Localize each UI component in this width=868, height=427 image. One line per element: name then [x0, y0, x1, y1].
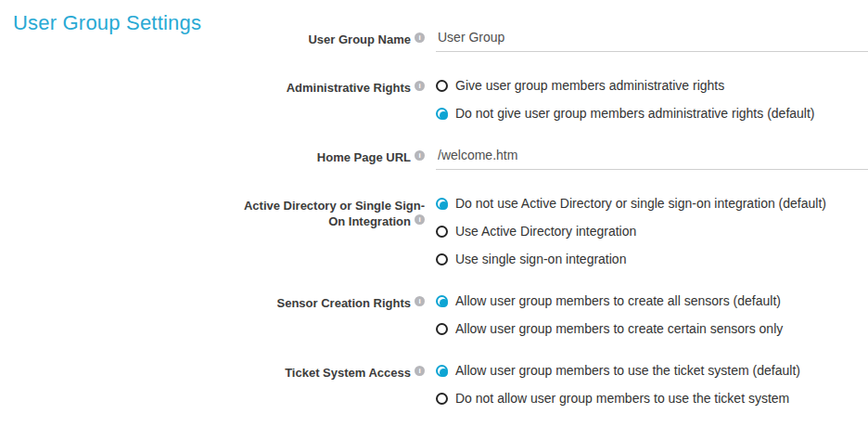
field-row-ad-sso-integration: Active Directory or Single Sign-On Integ… [0, 196, 868, 267]
radio-option-label: Allow user group members to create all s… [455, 293, 781, 309]
info-icon[interactable]: i [415, 81, 425, 91]
info-icon[interactable]: i [415, 296, 425, 306]
field-label: Ticket System Accessi [285, 365, 425, 381]
radio-button-icon[interactable] [436, 323, 448, 335]
radio-option-label: Give user group members administrative r… [455, 78, 724, 94]
field-label: Administrative Rightsi [287, 80, 425, 96]
radio-option-label: Allow user group members to use the tick… [455, 363, 800, 379]
radio-option-use-ad[interactable]: Use Active Directory integration [436, 224, 868, 239]
field-row-home-page-url: Home Page URLi [0, 148, 868, 170]
radio-option-label: Allow user group members to create certa… [455, 321, 783, 337]
radio-option-give-admin-rights[interactable]: Give user group members administrative r… [436, 78, 868, 94]
user-group-settings-form: User Group Namei Administrative Rightsi … [0, 0, 868, 407]
field-label: Sensor Creation Rightsi [277, 295, 425, 311]
radio-option-create-all-sensors[interactable]: Allow user group members to create all s… [436, 293, 868, 309]
radio-button-icon[interactable] [436, 365, 448, 377]
user-group-name-input[interactable] [436, 30, 868, 52]
radio-option-deny-ticket-system[interactable]: Do not allow user group members to use t… [436, 391, 868, 407]
radio-option-no-ad-sso[interactable]: Do not use Active Directory or single si… [436, 196, 868, 212]
info-icon[interactable]: i [415, 214, 425, 225]
home-page-url-input[interactable] [436, 148, 868, 170]
page-title: User Group Settings [13, 11, 201, 35]
field-label: Active Directory or Single Sign-On Integ… [235, 198, 425, 229]
radio-button-icon[interactable] [436, 253, 448, 265]
radio-option-allow-ticket-system[interactable]: Allow user group members to use the tick… [436, 363, 868, 379]
field-label: User Group Namei [308, 32, 425, 47]
radio-option-label: Do not allow user group members to use t… [455, 391, 789, 407]
radio-button-icon[interactable] [436, 226, 448, 238]
radio-option-label: Do not use Active Directory or single si… [455, 196, 826, 212]
info-icon[interactable]: i [415, 150, 425, 161]
radio-button-icon[interactable] [436, 80, 448, 92]
radio-button-icon[interactable] [436, 295, 448, 307]
radio-option-label: Do not give user group members administr… [455, 106, 815, 122]
radio-button-icon[interactable] [436, 108, 448, 120]
info-icon[interactable]: i [415, 32, 425, 43]
radio-button-icon[interactable] [436, 198, 448, 210]
radio-option-use-sso[interactable]: Use single sign-on integration [436, 252, 868, 267]
radio-option-label: Use Active Directory integration [455, 224, 636, 239]
radio-option-label: Use single sign-on integration [455, 252, 626, 267]
radio-option-no-admin-rights[interactable]: Do not give user group members administr… [436, 106, 868, 122]
field-label: Home Page URLi [317, 149, 425, 165]
field-row-sensor-creation-rights: Sensor Creation Rightsi Allow user group… [0, 293, 868, 337]
field-row-administrative-rights: Administrative Rightsi Give user group m… [0, 78, 868, 122]
field-row-ticket-system-access: Ticket System Accessi Allow user group m… [0, 363, 868, 407]
info-icon[interactable]: i [415, 366, 425, 376]
radio-button-icon[interactable] [436, 393, 448, 405]
radio-option-create-certain-sensors[interactable]: Allow user group members to create certa… [436, 321, 868, 337]
